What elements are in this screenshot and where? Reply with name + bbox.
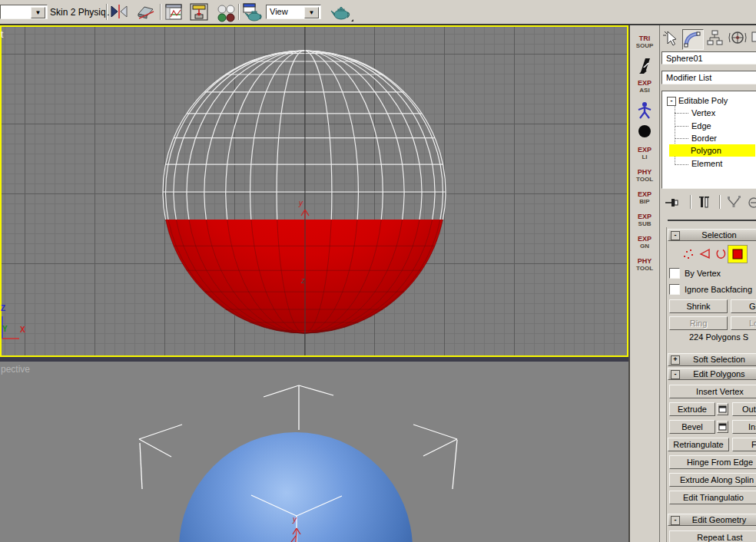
bevel-settings-button[interactable] [717, 421, 728, 433]
skin-physique-label[interactable]: Skin 2 Physiqu [50, 7, 111, 18]
macro-button-expli[interactable]: EXP LI [630, 146, 659, 164]
toolbar-separator [719, 195, 721, 209]
front-viewport-label[interactable]: t [1, 29, 3, 40]
motion-wheel-icon [728, 29, 747, 47]
axis-y-label: Y [2, 325, 8, 333]
extrude-settings-button[interactable] [717, 403, 728, 415]
subobject-border-button[interactable] [714, 247, 728, 263]
pin-stack-icon[interactable] [665, 195, 683, 210]
insert-vertex-button[interactable]: Insert Vertex [669, 385, 756, 398]
stack-root-label: Editable Poly [678, 94, 728, 107]
remove-modifier-icon[interactable] [746, 195, 756, 210]
rollout-edit-geometry-header[interactable]: - Edit Geometry [668, 514, 756, 526]
make-unique-icon[interactable] [726, 195, 743, 210]
collapse-icon: - [671, 370, 680, 379]
stack-row-edge[interactable]: Edge [663, 120, 755, 132]
stack-row-polygon-selected[interactable]: Polygon [669, 144, 755, 157]
toolbar-separator [690, 195, 691, 209]
rollout-edit-polygons-header[interactable]: - Edit Polygons [668, 368, 756, 380]
modifier-stack: - Editable Poly Vertex Edge Border Polyg… [662, 91, 756, 189]
show-end-result-icon[interactable] [697, 195, 712, 210]
loop-button[interactable]: Lo [731, 316, 756, 330]
bevel-button[interactable]: Bevel [669, 420, 715, 434]
slanted-a-icon [636, 57, 653, 75]
gizmo-z-label: z [301, 276, 305, 285]
macro-button-expbip[interactable]: EXP BIP [630, 190, 659, 209]
viewport-front[interactable] [0, 25, 628, 357]
render-setup-button[interactable] [241, 2, 264, 24]
stack-row-vertex[interactable]: Vertex [663, 107, 755, 119]
collapse-icon: - [671, 516, 680, 525]
rollout-soft-selection-header[interactable]: + Soft Selection [668, 353, 756, 366]
edge-icon [698, 247, 712, 261]
macro-button-expgn[interactable]: EXP GN [630, 235, 659, 253]
render-view-combo[interactable]: View ▼ [266, 5, 321, 19]
axis-z-label: Z [1, 304, 5, 312]
rollout-bracket [666, 227, 667, 542]
macro-button-phytool-1[interactable]: PHY TOOL [630, 168, 659, 187]
retriangulate-button[interactable]: Retriangulate [668, 438, 729, 451]
subobject-vertex-button[interactable] [681, 247, 695, 263]
by-vertex-label: By Vertex [685, 269, 721, 278]
shrink-button[interactable]: Shrink [669, 299, 728, 313]
viewport-perspective[interactable] [0, 362, 628, 542]
ignore-backfacing-checkbox[interactable] [669, 284, 680, 295]
outline-button[interactable]: Outli [732, 402, 756, 416]
selection-brackets [0, 362, 628, 542]
quick-render-button[interactable] [329, 2, 356, 24]
tab-create[interactable] [662, 29, 681, 48]
eraser-button[interactable] [135, 2, 158, 24]
tab-modify[interactable] [682, 29, 704, 50]
tab-hierarchy[interactable] [705, 29, 725, 48]
curve-editor-button[interactable] [164, 2, 187, 24]
quick-render-teapot-icon [330, 3, 354, 23]
edit-triangulation-button[interactable]: Edit Triangulatio [669, 491, 756, 504]
object-name-field[interactable]: Sphere01 [662, 51, 756, 64]
schematic-view-button[interactable] [189, 2, 212, 24]
biped-figure-icon [636, 101, 653, 120]
stack-row-border[interactable]: Border [663, 132, 755, 144]
insert-button[interactable]: Inse [732, 420, 756, 434]
settings-dialog-icon [718, 421, 728, 432]
named-selection-combo[interactable]: ▼ [0, 5, 48, 19]
stack-root-row[interactable]: - Editable Poly [663, 94, 755, 107]
panel-divider [668, 220, 756, 221]
perspective-gizmo-y-label: y [293, 515, 297, 524]
macro-button-trisoup[interactable]: TRI SOUP [630, 35, 659, 53]
flip-button[interactable]: F [732, 438, 756, 451]
ring-button[interactable]: Ring [669, 316, 728, 330]
command-panel: Sphere01 Modifier List - Editable Poly V… [659, 25, 756, 542]
perspective-viewport-label[interactable]: pective [1, 364, 30, 375]
3dsmax-window: ▼ Skin 2 Physiqu [0, 0, 756, 542]
macro-button-slanted-a[interactable] [630, 57, 659, 75]
macro-button-circle[interactable] [630, 124, 659, 142]
rollout-selection-header[interactable]: - Selection [668, 229, 756, 241]
subobject-edge-button[interactable] [698, 247, 712, 263]
macro-button-expasi[interactable]: EXP ASI [630, 79, 659, 97]
stack-row-element[interactable]: Element [663, 157, 755, 170]
extrude-button[interactable]: Extrude [669, 402, 715, 416]
settings-dialog-icon [718, 404, 728, 415]
mirror-icon [110, 3, 128, 20]
repeat-last-button[interactable]: Repeat Last [669, 530, 756, 542]
material-editor-button[interactable] [215, 2, 238, 24]
chevron-down-icon[interactable]: ▼ [31, 7, 45, 18]
macro-button-phytool-2[interactable]: PHY TOOL [630, 257, 659, 276]
modifier-list-combo[interactable]: Modifier List [662, 71, 756, 84]
macro-button-biped[interactable] [630, 101, 659, 120]
chevron-down-icon[interactable]: ▼ [304, 7, 319, 18]
gizmo-y-label: y [299, 199, 303, 207]
hinge-from-edge-button[interactable]: Hinge From Edge [669, 455, 756, 469]
extrude-along-spline-button[interactable]: Extrude Along Splin [669, 473, 756, 487]
object-name-value: Sphere01 [666, 54, 703, 63]
mirror-button[interactable] [109, 2, 132, 24]
macro-button-expsub[interactable]: EXP SUB [630, 213, 659, 231]
vertex-icon [681, 247, 695, 261]
subobject-polygon-button-active[interactable] [728, 245, 748, 263]
tab-motion[interactable] [728, 29, 748, 48]
grow-button[interactable]: Gr [731, 299, 756, 313]
hierarchy-icon [705, 29, 724, 47]
by-vertex-checkbox[interactable] [669, 268, 680, 279]
tab-display[interactable] [751, 29, 756, 48]
render-view-combo-value: View [270, 7, 288, 16]
